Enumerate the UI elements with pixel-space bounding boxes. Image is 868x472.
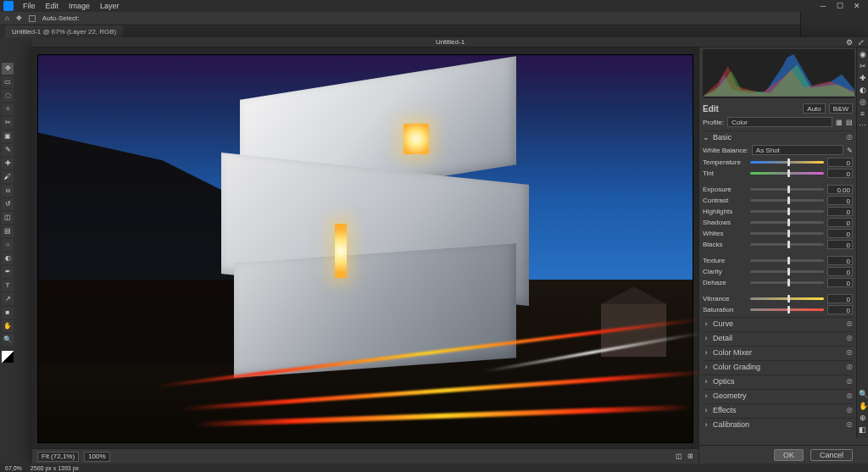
slider-track[interactable] [750,243,824,246]
section-head[interactable]: ›Effects⦿ [703,404,853,416]
eye-icon[interactable]: ⦿ [846,349,853,357]
profile-grid-icon[interactable]: ▦ [836,119,843,126]
menu-edit[interactable]: Edit [42,1,64,11]
menu-layer[interactable]: Layer [96,1,124,11]
heal-tab-icon[interactable]: ✚ [859,75,867,83]
slider-label: Dehaze [703,279,747,286]
slider-track[interactable] [750,199,824,202]
auto-button[interactable]: Auto [803,103,825,114]
more-icon[interactable]: ⋯ [859,122,867,130]
slider-value[interactable]: 0 [827,305,853,314]
slider-value[interactable]: 0 [827,196,853,205]
zoom-fit-select[interactable]: Fit (72,1%) [37,452,79,462]
eye-icon[interactable]: ⦿ [846,421,853,429]
slider-label: Texture [703,257,747,264]
slider-track[interactable] [750,172,824,175]
eye-icon[interactable]: ⦿ [846,392,853,400]
section-title: Color Grading [713,363,760,371]
edit-tab-icon[interactable]: ◉ [859,51,867,59]
section-head[interactable]: ›Color Mixer⦿ [703,347,853,358]
slider-track[interactable] [750,161,824,164]
chevron-right-icon: › [703,391,709,400]
slider-label: Clarity [703,268,747,275]
slider-track[interactable] [750,188,824,191]
section-head[interactable]: ›Calibration⦿ [703,419,853,430]
section-basic-title: Basic [713,133,732,142]
slider-value[interactable]: 0 [827,267,853,276]
document-tab[interactable]: Untitled-1 @ 67% (Layer 22, RGB) [5,25,123,37]
slider-value[interactable]: 0 [827,229,853,238]
window-minimize[interactable]: ─ [815,2,831,11]
eye-icon[interactable]: ⦿ [846,364,853,371]
slider-track[interactable] [750,259,824,262]
section-head[interactable]: ›Detail⦿ [703,332,853,344]
eye-icon[interactable]: ⦿ [846,407,853,414]
hand-strip-icon[interactable]: ✋ [859,403,867,411]
profile-select[interactable]: Color [727,117,832,127]
app-menubar: File Edit Image Layer ─ ☐ ✕ [0,0,868,12]
slider-track[interactable] [750,270,824,273]
slider-value[interactable]: 0 [827,294,853,303]
slider-track[interactable] [750,297,824,300]
compare-icon[interactable]: ◫ [676,453,682,460]
slider-value[interactable]: 0 [827,218,853,227]
eye-icon[interactable]: ⦿ [846,320,853,328]
bw-button[interactable]: B&W [829,103,853,114]
edit-tool-strip: ◉ ✂ ✚ ◐ ◎ ≡ ⋯ 🔍 ✋ ⊕ ◧ [856,47,868,438]
slider-value[interactable]: 0 [827,240,853,249]
eye-icon[interactable]: ⦿ [846,335,853,342]
home-icon[interactable]: ⌂ [5,14,9,22]
slider-label: Shadows [703,219,747,226]
section-head[interactable]: ›Optics⦿ [703,375,853,387]
sampler-strip-icon[interactable]: ⊕ [859,414,867,423]
redeye-tab-icon[interactable]: ◎ [859,98,867,107]
slider-value[interactable]: 0 [827,278,853,287]
histogram[interactable] [703,49,854,98]
slider-value[interactable]: 0.00 [827,185,853,194]
slider-track[interactable] [750,221,824,224]
wb-eyedropper-icon[interactable]: ✎ [847,147,853,154]
chevron-right-icon: › [703,334,709,342]
wb-select[interactable]: As Shot [752,145,843,155]
eye-icon[interactable]: ⦿ [846,134,853,142]
fullscreen-icon[interactable]: ⤢ [858,38,865,47]
menu-file[interactable]: File [19,1,40,11]
slider-track[interactable] [750,210,824,213]
window-maximize[interactable]: ☐ [832,2,848,11]
zoom-100-button[interactable]: 100% [84,452,109,462]
presets-tab-icon[interactable]: ≡ [859,110,867,119]
slider-track[interactable] [750,308,824,311]
ok-button[interactable]: OK [774,449,804,461]
profile-browse-icon[interactable]: ▤ [846,119,853,126]
options-bar: ⌂ ✥ Auto-Select: [0,12,868,25]
zoom-strip-icon[interactable]: 🔍 [859,391,867,399]
slider-label: Whites [703,230,747,237]
toggle-strip-icon[interactable]: ◧ [859,426,867,435]
slider-track[interactable] [750,281,824,284]
slider-wb-1: Tint0 [703,168,853,179]
cancel-button[interactable]: Cancel [810,449,853,461]
section-head[interactable]: ›Color Grading⦿ [703,361,853,373]
section-head[interactable]: ›Curve⦿ [703,318,853,330]
section-basic-head[interactable]: ⌄ Basic ⦿ [703,131,853,143]
status-dimensions: 2560 px x 1393 px [31,465,79,471]
preview-canvas[interactable] [32,47,698,448]
menu-image[interactable]: Image [64,1,94,11]
slider-value[interactable]: 0 [827,169,853,178]
slider-value[interactable]: 0 [827,207,853,216]
slider-value[interactable]: 0 [827,256,853,265]
section-head[interactable]: ›Geometry⦿ [703,390,853,402]
chevron-right-icon: › [703,420,709,429]
auto-select-checkbox[interactable] [29,15,36,22]
window-close[interactable]: ✕ [849,2,865,11]
slider-track[interactable] [750,232,824,235]
crop-tab-icon[interactable]: ✂ [859,63,867,71]
mask-tab-icon[interactable]: ◐ [859,86,867,95]
eye-icon[interactable]: ⦿ [846,378,853,386]
grid-icon[interactable]: ⊞ [687,453,693,460]
settings-icon[interactable]: ⚙ [846,38,853,47]
preview-area: Fit (72,1%) 100% ◫ ⊞ [32,47,698,464]
slider-pres-1: Clarity0 [703,266,853,277]
slider-value[interactable]: 0 [827,158,853,167]
slider-label: Vibrance [703,295,747,303]
